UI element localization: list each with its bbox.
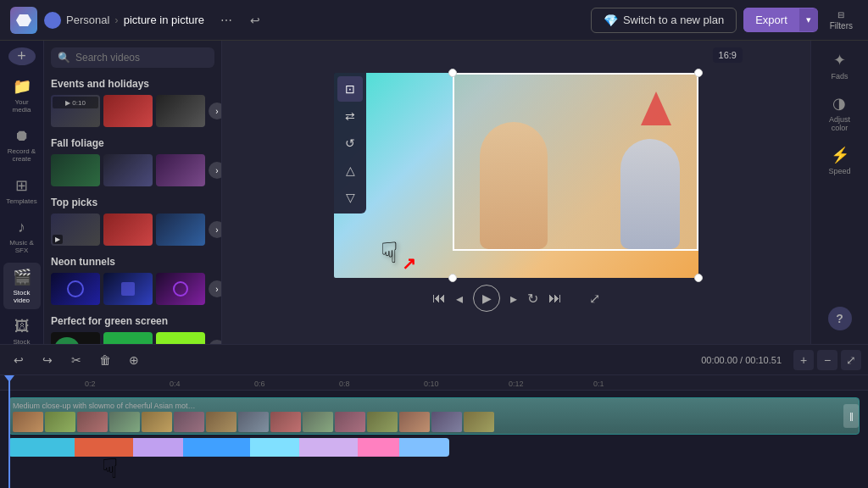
rs-item-fads[interactable]: ✦ Fads [827,47,851,84]
playhead[interactable] [8,375,10,488]
rotate-button[interactable]: ↺ [337,130,363,156]
cut-button[interactable]: ✂ [64,348,88,372]
search-input-wrap[interactable]: 🔍 [51,47,214,68]
search-input[interactable] [75,52,208,64]
rs-item-adjust-color[interactable]: ◑ Adjustcolor [826,91,854,136]
undo-button[interactable]: ↩ [7,348,31,372]
handle-bottom-left[interactable] [448,274,457,282]
scroll-fall-arrow[interactable]: › [209,162,222,179]
loop-icon[interactable]: ↻ [527,291,538,307]
svg-marker-0 [16,14,31,26]
sidebar-item-label: Music & SFX [7,239,37,254]
scroll-top-arrow[interactable]: › [209,221,222,238]
track-end-button[interactable]: ‖ [843,404,859,428]
frame-10 [303,412,333,432]
handle-bottom-right[interactable] [694,274,703,282]
thumb-green-1[interactable] [51,332,100,344]
thumb-fall-2[interactable] [103,154,153,186]
search-bar: 🔍 [44,41,221,75]
crop-button[interactable]: ⊡ [337,76,363,102]
thumb-neon-3[interactable] [156,273,205,305]
ruler-mark-4: 0:10 [424,380,439,388]
export-main-label[interactable]: Export [743,8,799,32]
thumb-neon-2[interactable] [103,273,153,305]
color-seg-3 [133,438,183,457]
thumb-top-1[interactable]: ▶ [51,214,100,246]
ruler-mark-0: 0:2 [85,380,96,388]
switch-plan-label: Switch to a new plan [623,14,724,26]
play-button[interactable]: ▶ [473,285,500,312]
skip-forward-icon[interactable]: ⏭ [548,291,562,306]
filters-button[interactable]: ⊟ Filters [825,7,858,34]
project-title[interactable]: picture in picture [124,14,204,26]
timeline-area: ↩ ↪ ✂ 🗑 ⊕ 00:00.00 / 00:10.51 + − ⤢ 0:2 … [0,344,868,488]
thumb-neon-1[interactable] [51,273,100,305]
rs-label-speed: Speed [828,167,850,175]
zoom-in-button[interactable]: + [793,350,814,370]
scroll-events-arrow[interactable]: › [209,103,222,119]
flip-button[interactable]: ⇄ [337,103,363,129]
export-chevron-icon[interactable]: ▾ [799,8,818,31]
rs-item-speed[interactable]: ⚡ Speed [825,142,854,179]
add-button[interactable]: + [8,47,36,65]
top-bar: Personal › picture in picture ⋯ ↩ 💎 Swit… [0,0,868,41]
scroll-neon-arrow[interactable]: › [209,280,222,297]
frame-9 [270,412,301,432]
thumb-events-1[interactable]: ▶ 0:10 [51,95,100,127]
workspace-label[interactable]: Personal [66,14,109,26]
thumb-green-3[interactable] [156,332,205,344]
thumb-fall-3[interactable] [156,154,205,186]
color-track-bar[interactable] [8,438,449,457]
sidebar-item-templates[interactable]: ⊞ Templates [3,171,41,210]
timeline-tracks: Medium close-up with slowmo of cheerful … [0,391,868,460]
more-options-button[interactable]: ⋯ [214,8,238,32]
aspect-ratio-badge: 16:9 [713,47,743,63]
breadcrumb-actions: ⋯ ↩ [214,8,267,32]
video-overlay[interactable] [453,73,698,251]
sidebar-item-label: Your media [7,98,37,114]
frame-back-icon[interactable]: ◂ [456,291,463,307]
ruler-mark-3: 0:8 [339,380,350,388]
sidebar-item-record[interactable]: ⏺ Record &create [3,122,41,168]
handle-top-left[interactable] [448,69,457,77]
handle-top-right[interactable] [694,69,703,77]
color-seg-5 [250,438,300,457]
export-button-group[interactable]: Export ▾ [743,8,818,32]
zoom-out-button[interactable]: − [817,350,837,370]
frame-forward-icon[interactable]: ▸ [510,291,517,307]
thumb-top-3[interactable] [156,214,205,246]
sidebar-item-label: Stock images [7,338,37,344]
skip-back-icon[interactable]: ⏮ [432,291,446,306]
record-icon: ⏺ [14,127,30,145]
redo-button[interactable]: ↪ [36,348,59,372]
delete-button[interactable]: 🗑 [93,348,117,372]
expand-icon[interactable]: ⤢ [589,291,600,307]
color-seg-7 [358,438,399,457]
ruler-mark-6: 0:1 [593,380,604,388]
add-to-timeline-button[interactable]: ⊕ [122,348,146,372]
top-bar-right: 💎 Switch to a new plan Export ▾ ⊟ Filter… [591,7,858,34]
section-events-holidays: Events and holidays [44,75,221,95]
media-panel: 🔍 Events and holidays ▶ 0:10 › Fall foli… [44,41,222,344]
switch-plan-button[interactable]: 💎 Switch to a new plan [591,8,737,33]
main-layout: + 📁 Your media ⏺ Record &create ⊞ Templa… [0,41,868,344]
sidebar-item-music[interactable]: ♪ Music & SFX [3,214,41,259]
thumb-events-2[interactable] [103,95,153,127]
thumb-green-2[interactable] [103,332,153,344]
thumb-top-2[interactable] [103,214,153,246]
thumb-fall-1[interactable] [51,154,100,186]
sidebar-item-stock-images[interactable]: 🖼 Stock images [3,313,41,344]
undo-action-button[interactable]: ↩ [243,8,267,32]
tl-right-buttons: + − ⤢ [793,350,861,370]
color-seg-4 [183,438,249,457]
timeline-toolbar: ↩ ↪ ✂ 🗑 ⊕ 00:00.00 / 00:10.51 + − ⤢ [0,345,868,375]
help-button[interactable]: ? [828,307,852,330]
section-top-picks: Top picks [44,193,221,214]
fit-timeline-button[interactable]: ⤢ [841,350,861,370]
thumb-events-3[interactable] [156,95,205,127]
video-track-bar[interactable]: Medium close-up with slowmo of cheerful … [8,397,860,435]
sidebar-item-stock-video[interactable]: 🎬 Stock video [3,263,41,309]
sidebar-item-your-media[interactable]: 📁 Your media [3,72,41,119]
effects-button[interactable]: ▽ [337,185,363,210]
transform-button[interactable]: △ [337,158,363,183]
